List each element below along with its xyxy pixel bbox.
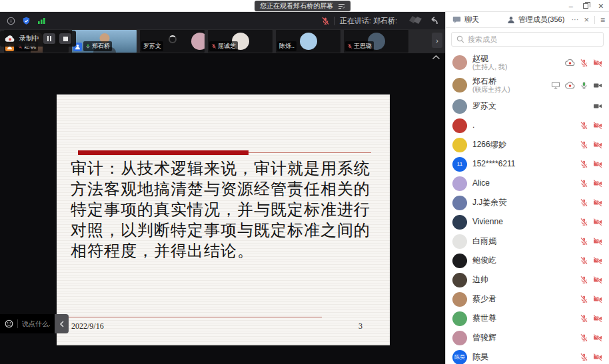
cam-off-icon[interactable] [593, 256, 602, 265]
cam-off-icon[interactable] [593, 218, 602, 226]
avatar [452, 292, 467, 307]
minimize-button[interactable]: – [569, 3, 573, 10]
reply-arrow-icon[interactable] [428, 16, 438, 25]
video-tile[interactable]: 郑石桥 [72, 30, 137, 53]
cam-off-icon[interactable] [593, 314, 602, 323]
cam-off-icon[interactable] [593, 179, 602, 188]
member-list[interactable]: 赵砚(主持人, 我)郑石桥(联席主持人)罗苏文.1266缪妙11152****6… [446, 50, 609, 364]
cam-on-icon[interactable] [593, 81, 602, 90]
tile-name-label: 王思璐 [345, 41, 374, 51]
slide-date: 2022/9/16 [71, 321, 104, 331]
member-row[interactable]: 白雨嫣 [452, 232, 602, 251]
tab-manage-members[interactable]: 管理成员(356) [500, 12, 572, 27]
cam-on-icon[interactable] [593, 102, 602, 110]
info-icon[interactable] [7, 17, 15, 25]
more-options-button[interactable]: ··· [571, 16, 578, 23]
member-row[interactable]: 郑石桥(联席主持人) [452, 74, 602, 96]
scroll-videos-right-button[interactable]: › [432, 33, 442, 48]
member-status-icons [580, 237, 602, 246]
collapse-chat-button[interactable] [55, 314, 69, 333]
cam-off-icon[interactable] [593, 295, 602, 303]
member-row[interactable]: 蔡少君 [452, 289, 602, 309]
mic-off-icon[interactable] [580, 353, 588, 361]
chat-overlay: 说点什么... [0, 314, 69, 333]
mic-off-icon[interactable] [580, 59, 588, 67]
cam-off-icon[interactable] [593, 160, 602, 168]
stop-recording-button[interactable] [59, 33, 71, 44]
avatar [452, 138, 467, 152]
member-row[interactable]: . [452, 116, 602, 135]
mic-off-icon[interactable] [580, 333, 588, 342]
sidebar-controls: ··· × ≡ [571, 15, 609, 24]
maximize-button[interactable] [583, 3, 588, 9]
member-row[interactable]: 曾骏辉 [452, 328, 602, 347]
member-row[interactable]: J.J姜余荧 [452, 193, 602, 212]
member-name: 曾骏辉 [472, 333, 574, 342]
avatar [452, 273, 467, 287]
cam-off-icon[interactable] [593, 59, 602, 67]
meeting-toolbar: 正在讲话: 郑石桥: [0, 12, 445, 29]
slide-text-line: 对照，以判断特定事项与既定标准之间的 [71, 220, 370, 241]
pause-recording-button[interactable] [43, 33, 55, 44]
cam-off-icon[interactable] [593, 333, 602, 342]
mic-off-icon[interactable] [580, 218, 588, 226]
mic-off-icon[interactable] [580, 275, 588, 284]
mic-off-icon[interactable] [580, 179, 588, 188]
mic-off-icon[interactable] [580, 256, 588, 265]
speaking-indicator: 正在讲话: 郑石桥: [321, 16, 397, 26]
cam-off-icon[interactable] [593, 275, 602, 284]
titlebar: 您正在观看郑石桥的屏幕 – × [0, 0, 609, 12]
mic-off-icon[interactable] [580, 295, 588, 303]
member-status-icons [580, 333, 602, 342]
cam-off-icon[interactable] [593, 140, 602, 149]
collapse-strip-chevron[interactable] [432, 55, 440, 60]
member-row[interactable]: Alice [452, 174, 602, 193]
signal-bars-icon[interactable] [37, 17, 46, 25]
tile-name-label: 郑石桥 [83, 41, 112, 51]
video-tile[interactable]: 陈烁.. [276, 30, 340, 53]
cam-off-icon[interactable] [593, 121, 602, 130]
mic-off-icon[interactable] [580, 121, 588, 130]
avatar [452, 118, 467, 133]
panel-menu-icon[interactable]: ≡ [600, 16, 605, 24]
member-status-icons [593, 102, 602, 110]
video-tile[interactable]: 王思璐 [344, 30, 408, 53]
member-row[interactable]: 11152****6211 [452, 154, 602, 174]
member-row[interactable]: 罗苏文 [452, 96, 602, 116]
close-panel-button[interactable]: × [584, 15, 589, 24]
shield-check-icon[interactable] [22, 17, 31, 25]
mic-off-icon[interactable] [580, 314, 588, 323]
smiley-icon[interactable] [5, 319, 13, 328]
member-row[interactable]: 赵砚(主持人, 我) [452, 51, 602, 74]
member-row[interactable]: 1266缪妙 [452, 135, 602, 154]
member-status-icons [580, 314, 602, 323]
member-row[interactable]: 鲍俊屹 [452, 251, 602, 270]
avatar [452, 331, 467, 345]
cam-off-icon[interactable] [593, 237, 602, 246]
video-tile[interactable]: 罗苏文 [140, 30, 205, 53]
member-search-box[interactable] [451, 32, 604, 47]
mic-on-icon[interactable] [580, 81, 588, 90]
member-row[interactable]: 边帅 [452, 270, 602, 289]
layered-shapes-icon[interactable] [408, 15, 425, 26]
mic-off-icon[interactable] [580, 237, 588, 246]
chat-quick-input[interactable]: 说点什么... [0, 314, 55, 333]
tab-chat[interactable]: 聊天 [446, 12, 500, 27]
cam-off-icon[interactable] [593, 353, 602, 361]
video-tile[interactable]: 屈诚芝 [208, 30, 273, 53]
member-search-input[interactable] [468, 35, 598, 43]
member-name: Alice [472, 179, 574, 188]
member-status-icons [580, 140, 602, 149]
mic-off-icon[interactable] [580, 160, 588, 168]
chat-divider [17, 319, 18, 328]
tile-name-label: 陈烁.. [277, 41, 297, 51]
member-row[interactable]: 蔡世尊 [452, 309, 602, 328]
annotation-lines-icon[interactable] [338, 3, 345, 9]
cam-off-icon[interactable] [593, 198, 602, 207]
close-button[interactable]: × [598, 1, 604, 11]
mic-off-icon[interactable] [580, 198, 588, 207]
member-row[interactable]: 陈昊陈昊 [452, 347, 602, 364]
mic-off-icon[interactable] [580, 140, 588, 149]
controls-divider [594, 16, 595, 24]
member-row[interactable]: Vivienne [452, 212, 602, 232]
